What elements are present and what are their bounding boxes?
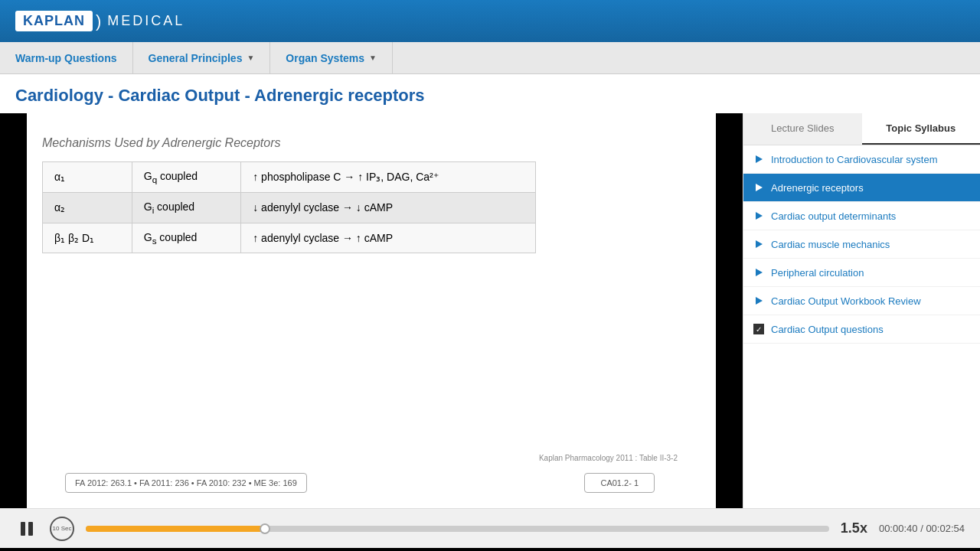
table-cell-r1c2: Gq coupled: [132, 162, 241, 193]
sidebar-item-cardiac-output-determinants[interactable]: Cardiac output determinants: [743, 202, 980, 230]
play-icon: [753, 210, 765, 222]
sidebar: Lecture Slides Topic Syllabus Introducti…: [743, 113, 980, 508]
sidebar-item-intro-cv[interactable]: Introduction to Cardiovascular system: [743, 145, 980, 174]
logo-medical-text: MEDICAL: [107, 13, 185, 29]
header: KAPLAN ) MEDICAL: [0, 0, 980, 42]
video-controls: 10 Sec 1.5x 00:00:40 / 00:02:54: [0, 508, 980, 548]
slide-table-title: Mechanisms Used by Adrenergic Receptors: [42, 136, 701, 150]
speed-control[interactable]: 1.5x: [841, 520, 867, 536]
sidebar-item-peripheral-circulation[interactable]: Peripheral circulation: [743, 259, 980, 287]
chevron-down-icon: ▼: [247, 54, 254, 62]
chevron-down-icon: ▼: [369, 54, 377, 62]
sidebar-item-adrenergic-receptors[interactable]: Adrenergic receptors: [743, 174, 980, 202]
play-icon: [753, 266, 765, 279]
slide-code: CA01.2- 1: [584, 473, 655, 493]
sidebar-item-cardiac-muscle-mechanics[interactable]: Cardiac muscle mechanics: [743, 230, 980, 259]
table-cell-r2c3: ↓ adenylyl cyclase → ↓ cAMP: [241, 192, 536, 223]
table-row: α₂ Gi coupled ↓ adenylyl cyclase → ↓ cAM…: [43, 192, 536, 223]
table-row: α₁ Gq coupled ↑ phospholipase C → ↑ IP₃,…: [43, 162, 536, 193]
replay-button[interactable]: 10 Sec: [50, 517, 74, 541]
table-row: β₁ β₂ D₁ Gs coupled ↑ adenylyl cyclase →…: [43, 223, 536, 253]
tab-lecture-slides[interactable]: Lecture Slides: [743, 113, 862, 145]
replay-label: 10 Sec: [53, 525, 72, 532]
pause-bar-right: [28, 522, 33, 536]
nav-general-principles[interactable]: General Principles ▼: [133, 42, 271, 73]
play-icon: [753, 295, 765, 307]
slide-refs: FA 2012: 263.1 • FA 2011: 236 • FA 2010:…: [65, 473, 307, 493]
progress-fill: [86, 526, 264, 532]
table-cell-r3c1: β₁ β₂ D₁: [43, 223, 132, 253]
sidebar-items-list: Introduction to Cardiovascular system Ad…: [743, 145, 980, 508]
play-icon: [753, 153, 765, 165]
sidebar-item-cardiac-output-questions[interactable]: ✓ Cardiac Output questions: [743, 315, 980, 344]
table-cell-r2c1: α₂: [43, 192, 132, 223]
logo-swoosh-icon: ): [96, 11, 101, 31]
page-title: Cardiology - Cardiac Output - Adrenergic…: [15, 86, 965, 106]
sidebar-item-workbook-review[interactable]: Cardiac Output Workbook Review: [743, 287, 980, 315]
logo: KAPLAN ) MEDICAL: [15, 11, 185, 31]
time-display: 00:00:40 / 00:02:54: [879, 523, 965, 534]
nav-warmup-questions[interactable]: Warm-up Questions: [0, 42, 133, 73]
slide-table: α₁ Gq coupled ↑ phospholipase C → ↑ IP₃,…: [42, 161, 536, 253]
page-title-bar: Cardiology - Cardiac Output - Adrenergic…: [0, 74, 980, 113]
tab-topic-syllabus[interactable]: Topic Syllabus: [862, 113, 981, 145]
table-cell-r3c3: ↑ adenylyl cyclase → ↑ cAMP: [241, 223, 536, 253]
slide-content: Mechanisms Used by Adrenergic Receptors …: [27, 113, 716, 508]
main-nav: Warm-up Questions General Principles ▼ O…: [0, 42, 980, 74]
slide-footer-text: Kaplan Pharmacology 2011 : Table II-3-2: [539, 454, 678, 462]
nav-organ-systems[interactable]: Organ Systems ▼: [270, 42, 393, 73]
play-icon: [753, 181, 765, 194]
table-cell-r3c2: Gs coupled: [132, 223, 241, 253]
sidebar-tabs: Lecture Slides Topic Syllabus: [743, 113, 980, 145]
black-bar-right: [716, 113, 743, 508]
table-cell-r1c3: ↑ phospholipase C → ↑ IP₃, DAG, Ca²⁺: [241, 162, 536, 193]
progress-thumb[interactable]: [260, 523, 270, 534]
check-icon: ✓: [753, 323, 765, 335]
pause-bar-left: [21, 522, 25, 536]
play-icon: [753, 238, 765, 250]
table-cell-r2c2: Gi coupled: [132, 192, 241, 223]
replay-icon: 10 Sec: [50, 517, 74, 541]
main-content: Mechanisms Used by Adrenergic Receptors …: [0, 113, 980, 508]
logo-kaplan-text: KAPLAN: [15, 11, 93, 31]
video-container: Mechanisms Used by Adrenergic Receptors …: [0, 113, 743, 508]
pause-button[interactable]: [15, 517, 38, 540]
progress-bar[interactable]: [86, 526, 829, 532]
table-cell-r1c1: α₁: [43, 162, 132, 193]
black-bar-left: [0, 113, 27, 508]
